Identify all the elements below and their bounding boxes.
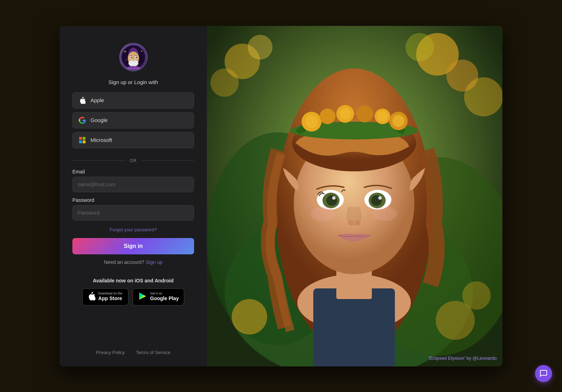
store-buttons: Download on the App Store bbox=[72, 288, 194, 305]
svg-point-17 bbox=[248, 35, 272, 60]
signup-link[interactable]: Sign up bbox=[146, 259, 162, 265]
main-container: ★ ★ ✦ Sign up or Login with Apple bbox=[60, 26, 502, 366]
password-input[interactable] bbox=[72, 205, 194, 221]
playstore-text: Get it on Google Play bbox=[150, 292, 179, 302]
password-label: Password bbox=[72, 197, 194, 203]
forgot-password-link[interactable]: Forgot your password? bbox=[110, 227, 157, 232]
signup-title: Sign up or Login with bbox=[108, 79, 158, 85]
need-account-text: Need an account? bbox=[104, 259, 144, 265]
apple-login-button[interactable]: Apple bbox=[72, 92, 194, 109]
svg-point-35 bbox=[305, 115, 318, 128]
microsoft-label: Microsoft bbox=[90, 137, 112, 143]
svg-point-37 bbox=[377, 111, 388, 122]
logo-container: ★ ★ ✦ bbox=[119, 43, 148, 71]
svg-point-51 bbox=[232, 299, 267, 335]
app-logo: ★ ★ ✦ bbox=[119, 43, 148, 71]
available-section: Available now on iOS and Android Downloa… bbox=[72, 278, 194, 305]
svg-point-42 bbox=[332, 196, 336, 200]
svg-point-14 bbox=[406, 33, 434, 61]
svg-point-53 bbox=[462, 281, 491, 310]
apple-icon bbox=[78, 96, 86, 104]
or-divider: OR bbox=[72, 158, 194, 163]
svg-point-32 bbox=[356, 105, 373, 122]
divider-text: OR bbox=[130, 158, 137, 163]
divider-line-right bbox=[141, 160, 194, 161]
svg-text:✦: ✦ bbox=[125, 59, 127, 61]
playstore-button[interactable]: Get it on Google Play bbox=[133, 288, 184, 305]
svg-point-15 bbox=[464, 77, 502, 116]
svg-point-47 bbox=[348, 220, 353, 226]
divider-line-left bbox=[72, 160, 126, 161]
oauth-buttons: Apple Google bbox=[72, 92, 194, 148]
playstore-sub: Get it on bbox=[150, 292, 162, 295]
credit-text: 'Eclipsed Elysium' by bbox=[429, 355, 472, 361]
appstore-sub: Download on the bbox=[98, 292, 122, 295]
hero-background: 'Eclipsed Elysium' by @Leonardo bbox=[207, 26, 502, 366]
microsoft-login-button[interactable]: Microsoft bbox=[72, 132, 194, 148]
email-label: Email bbox=[72, 169, 194, 175]
right-panel: 'Eclipsed Elysium' by @Leonardo bbox=[207, 26, 502, 366]
svg-point-18 bbox=[210, 68, 239, 97]
privacy-policy-link[interactable]: Privacy Policy bbox=[96, 350, 125, 355]
elf-illustration bbox=[207, 26, 502, 366]
email-input[interactable] bbox=[72, 177, 194, 192]
svg-point-30 bbox=[320, 109, 335, 124]
google-icon bbox=[78, 116, 86, 124]
email-group: Email bbox=[72, 169, 194, 192]
svg-point-46 bbox=[378, 196, 382, 200]
google-label: Google bbox=[90, 117, 108, 123]
chat-bubble-button[interactable] bbox=[535, 365, 552, 382]
svg-point-6 bbox=[136, 57, 137, 58]
svg-point-5 bbox=[131, 57, 132, 58]
svg-point-41 bbox=[326, 195, 337, 206]
credit-author: @Leonardo bbox=[473, 355, 497, 361]
svg-text:★: ★ bbox=[124, 50, 126, 53]
appstore-main: App Store bbox=[98, 295, 122, 302]
footer-links: Privacy Policy Terms of Service bbox=[96, 338, 171, 355]
appstore-text: Download on the App Store bbox=[98, 292, 122, 302]
svg-point-49 bbox=[311, 207, 336, 221]
image-credit: 'Eclipsed Elysium' by @Leonardo bbox=[429, 355, 497, 361]
microsoft-icon bbox=[78, 136, 86, 144]
appstore-button[interactable]: Download on the App Store bbox=[82, 288, 128, 305]
google-login-button[interactable]: Google bbox=[72, 112, 194, 128]
password-group: Password bbox=[72, 197, 194, 221]
svg-point-50 bbox=[373, 207, 397, 221]
play-store-icon bbox=[138, 292, 147, 302]
terms-of-service-link[interactable]: Terms of Service bbox=[136, 350, 171, 355]
available-title: Available now on iOS and Android bbox=[72, 278, 194, 283]
svg-rect-24 bbox=[313, 288, 395, 366]
svg-point-36 bbox=[340, 108, 351, 120]
apple-store-icon bbox=[88, 292, 95, 302]
svg-text:★: ★ bbox=[140, 50, 142, 52]
sign-in-button[interactable]: Sign in bbox=[72, 238, 194, 254]
need-account-row: Need an account? Sign up bbox=[104, 259, 162, 265]
left-panel: ★ ★ ✦ Sign up or Login with Apple bbox=[60, 26, 207, 366]
svg-point-38 bbox=[392, 115, 404, 127]
apple-label: Apple bbox=[90, 97, 104, 103]
svg-point-48 bbox=[355, 220, 360, 226]
playstore-main: Google Play bbox=[150, 295, 179, 302]
